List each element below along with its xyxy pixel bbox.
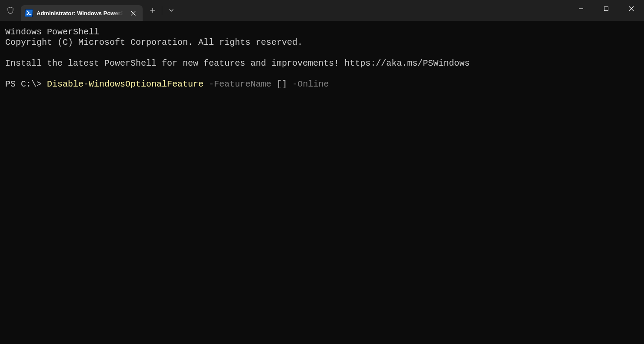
command-cmdlet: Disable-WindowsOptionalFeature [47, 79, 204, 89]
tab-dropdown-button[interactable] [164, 3, 179, 17]
powershell-icon [25, 9, 33, 17]
terminal-output[interactable]: Windows PowerShell Copyright (C) Microso… [0, 21, 644, 344]
window-close-button[interactable] [619, 0, 644, 17]
shield-icon [0, 0, 21, 21]
prompt: PS C:\> [5, 79, 47, 89]
command-space [204, 79, 209, 89]
tabbar-buttons [145, 0, 179, 21]
terminal-line: Windows PowerShell [5, 27, 99, 37]
command-parameter: -FeatureName [209, 79, 271, 89]
titlebar: Administrator: Windows PowerShell [0, 0, 644, 21]
window-controls [568, 0, 644, 21]
tab-powershell-admin[interactable]: Administrator: Windows PowerShell [21, 5, 143, 21]
command-space [287, 79, 292, 89]
command-argument: [] [277, 79, 287, 89]
terminal-line: Copyright (C) Microsoft Corporation. All… [5, 37, 303, 47]
tab-title: Administrator: Windows PowerShell [37, 10, 124, 17]
svg-rect-8 [604, 7, 608, 11]
new-tab-button[interactable] [145, 3, 160, 17]
command-parameter: -Online [292, 79, 329, 89]
window-maximize-button[interactable] [594, 0, 619, 17]
command-space [271, 79, 277, 89]
titlebar-left: Administrator: Windows PowerShell [0, 0, 179, 21]
tabbar-divider [162, 6, 162, 15]
window-minimize-button[interactable] [568, 0, 594, 17]
terminal-line: Install the latest PowerShell for new fe… [5, 58, 470, 68]
tab-close-button[interactable] [128, 8, 138, 18]
